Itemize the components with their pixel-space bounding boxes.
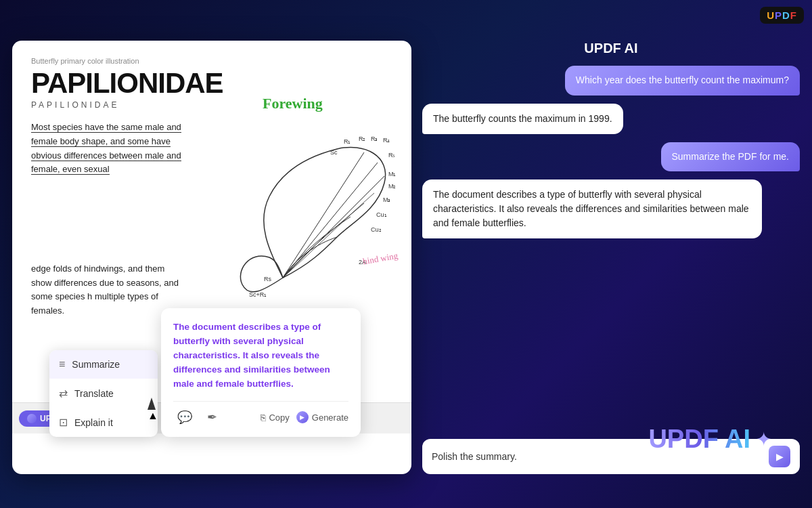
- body-text-underline: Most species have the same male and fema…: [31, 122, 181, 175]
- svg-text:M₃: M₃: [383, 196, 391, 203]
- logo-d: D: [782, 9, 790, 21]
- svg-text:R₃: R₃: [371, 135, 378, 142]
- summarize-popup-text: The document describes a type of butterf…: [173, 320, 348, 391]
- translate-label: Translate: [74, 388, 114, 399]
- chat-message-ai-1: The butterfly counts the maximum in 1999…: [422, 104, 623, 134]
- pdf-caption: Butterfly primary color illustration: [31, 57, 392, 65]
- popup-pen-icon: ✒: [207, 410, 217, 424]
- chat-message-user-1: Which year does the butterfly count the …: [565, 66, 800, 96]
- svg-text:R₁: R₁: [344, 138, 351, 145]
- pdf-body-text: Most species have the same male and fema…: [31, 121, 187, 177]
- svg-line-2: [283, 152, 364, 278]
- popup-comment-button[interactable]: 💬: [173, 408, 196, 426]
- generate-label: Generate: [312, 412, 348, 423]
- ai-panel-title: UPDF AI: [422, 41, 800, 56]
- dropdown-item-translate[interactable]: ⇄ Translate: [49, 379, 158, 408]
- updf-ai-icon: [27, 414, 37, 423]
- updf-ai-brand: UPDF AI ✦: [648, 425, 771, 454]
- popup-generate-button[interactable]: ▶ Generate: [296, 411, 348, 423]
- sparkle-icon: ✦: [756, 428, 771, 450]
- svg-text:Sc: Sc: [330, 149, 338, 156]
- send-icon: ▶: [776, 451, 784, 462]
- svg-text:M₁: M₁: [388, 171, 397, 177]
- ai-panel: UPDF AI Which year does the butterfly co…: [422, 41, 800, 474]
- popup-comment-icon: 💬: [177, 410, 192, 424]
- svg-text:Sc+R₁: Sc+R₁: [249, 291, 267, 298]
- svg-text:R₅: R₅: [388, 152, 396, 158]
- explain-icon: ⊡: [59, 416, 68, 429]
- logo-p: P: [775, 9, 782, 21]
- updf-ai-brand-text: UPDF AI: [648, 425, 750, 454]
- butterfly-illustration: Forewing R₁ R₂ R₃ R₄: [229, 95, 405, 305]
- chat-message-user-2: Summarize the PDF for me.: [661, 142, 800, 172]
- main-container: Butterfly primary color illustration PAP…: [12, 41, 800, 474]
- svg-text:R₄: R₄: [383, 137, 390, 144]
- popup-pen-button[interactable]: ✒: [203, 408, 221, 426]
- svg-text:M₂: M₂: [388, 183, 397, 190]
- summarize-icon: ≡: [59, 358, 65, 371]
- summarize-label: Summarize: [72, 359, 120, 370]
- generate-icon: ▶: [296, 411, 309, 423]
- chat-message-ai-2: The document describes a type of butterf…: [422, 179, 762, 238]
- copy-icon: ⎘: [261, 412, 266, 423]
- popup-copy-button[interactable]: ⎘ Copy: [261, 412, 289, 423]
- pdf-panel: Butterfly primary color illustration PAP…: [12, 41, 411, 474]
- chat-send-button[interactable]: ▶: [769, 446, 790, 467]
- pdf-title: PAPILIONIDAE: [31, 69, 392, 98]
- svg-text:Cu₁: Cu₁: [376, 211, 387, 218]
- chat-messages: Which year does the butterfly count the …: [422, 66, 800, 432]
- translate-icon: ⇄: [59, 387, 68, 400]
- dropdown-item-summarize[interactable]: ≡ Summarize: [49, 350, 158, 379]
- wing-diagram: R₁ R₂ R₃ R₄ R₅ Sc M₁ M₂ M₃ Cu₁ Cu₂ 2A Sc…: [229, 115, 405, 305]
- forewing-label: Forewing: [263, 95, 323, 112]
- svg-text:Cu₂: Cu₂: [371, 226, 382, 233]
- svg-text:Rs: Rs: [264, 276, 271, 282]
- copy-label: Copy: [269, 412, 289, 423]
- explain-label: Explain it: [74, 417, 113, 428]
- svg-text:R₂: R₂: [359, 135, 366, 142]
- dropdown-item-explain[interactable]: ⊡ Explain it: [49, 408, 158, 437]
- summarize-popup-footer: 💬 ✒ ⎘ Copy ▶ Generate: [173, 401, 348, 426]
- ai-dropdown-menu: ≡ Summarize ⇄ Translate ⊡ Explain it: [49, 350, 158, 437]
- mouse-cursor: ▲: [148, 398, 156, 410]
- logo-u: U: [767, 9, 775, 21]
- logo-f: F: [790, 9, 797, 21]
- summarize-popup: The document describes a type of butterf…: [161, 308, 361, 437]
- updf-logo: UPDF: [760, 7, 804, 24]
